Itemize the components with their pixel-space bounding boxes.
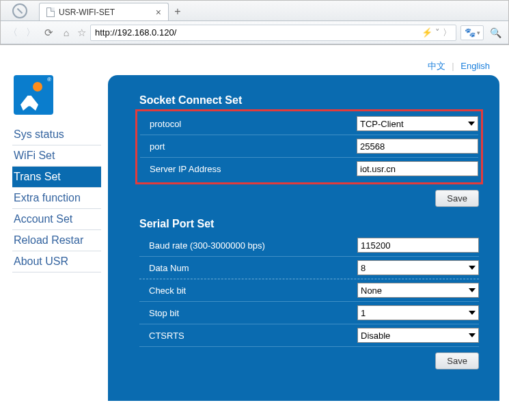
check-bit-select[interactable]: None bbox=[357, 283, 479, 298]
sidebar-item-account-set[interactable]: Account Set bbox=[12, 209, 101, 230]
chevron-down-icon[interactable]: ˅ bbox=[435, 27, 440, 38]
sidebar-item-wifi-set[interactable]: WiFi Set bbox=[12, 145, 101, 167]
protocol-select[interactable]: TCP-Client bbox=[357, 116, 478, 131]
highlight-box: protocol TCP-Client port Server IP Addre… bbox=[135, 109, 483, 184]
address-bar: 〈 〉 ⟳ ⌂ ☆ ⚡ ˅ 〉 🐾▾ 🔍 bbox=[1, 21, 508, 44]
browser-logo bbox=[1, 1, 39, 20]
new-tab-button[interactable]: + bbox=[169, 3, 187, 20]
stop-bit-label: Stop bit bbox=[139, 308, 357, 318]
url-input[interactable] bbox=[95, 27, 422, 38]
extension-button[interactable]: 🐾▾ bbox=[460, 25, 484, 40]
paw-icon: 🐾 bbox=[465, 27, 476, 38]
lightning-icon[interactable]: ⚡ bbox=[422, 27, 432, 38]
sidebar-menu: Sys status WiFi Set Trans Set Extra func… bbox=[12, 124, 101, 272]
stop-bit-select[interactable]: 1 bbox=[357, 305, 479, 320]
page-icon bbox=[46, 8, 55, 17]
search-button[interactable]: 🔍 bbox=[488, 25, 503, 40]
main-panel: Socket Connect Set protocol TCP-Client p… bbox=[108, 75, 499, 401]
server-ip-label: Server IP Address bbox=[140, 164, 357, 174]
tab-title: USR-WIFI-SET bbox=[59, 8, 115, 17]
data-num-select[interactable]: 8 bbox=[357, 260, 479, 275]
sidebar-item-sys-status[interactable]: Sys status bbox=[12, 124, 101, 145]
sidebar-item-reload-restar[interactable]: Reload Restar bbox=[12, 230, 101, 251]
browser-tab[interactable]: USR-WIFI-SET × bbox=[39, 3, 169, 20]
lang-en[interactable]: English bbox=[460, 61, 490, 71]
home-button[interactable]: ⌂ bbox=[59, 26, 73, 40]
port-label: port bbox=[140, 141, 357, 152]
sidebar-item-trans-set[interactable]: Trans Set bbox=[12, 167, 101, 188]
socket-section-title: Socket Connect Set bbox=[139, 94, 479, 107]
sidebar-item-about-usr[interactable]: About USR bbox=[12, 251, 101, 272]
sidebar-item-extra-function[interactable]: Extra function bbox=[12, 188, 101, 209]
data-num-label: Data Num bbox=[139, 263, 357, 273]
baud-label: Baud rate (300-3000000 bps) bbox=[139, 240, 357, 251]
reload-button[interactable]: ⟳ bbox=[42, 26, 55, 40]
usr-logo: ® bbox=[14, 75, 53, 115]
bookmark-icon[interactable]: ☆ bbox=[77, 27, 86, 39]
chevron-down-icon: ▾ bbox=[477, 29, 480, 36]
forward-button[interactable]: 〉 bbox=[24, 26, 38, 40]
port-input[interactable] bbox=[357, 139, 478, 154]
ctsrts-label: CTSRTS bbox=[139, 331, 357, 341]
back-button[interactable]: 〈 bbox=[6, 26, 20, 40]
tab-bar: USR-WIFI-SET × + bbox=[1, 1, 508, 21]
go-icon[interactable]: 〉 bbox=[443, 27, 452, 39]
ctsrts-select[interactable]: Disable bbox=[357, 328, 479, 343]
url-box[interactable]: ⚡ ˅ 〉 bbox=[90, 25, 456, 41]
baud-input[interactable] bbox=[357, 238, 479, 253]
socket-save-button[interactable]: Save bbox=[435, 190, 479, 207]
serial-save-button[interactable]: Save bbox=[435, 352, 479, 369]
protocol-label: protocol bbox=[140, 119, 357, 129]
serial-section-title: Serial Port Set bbox=[139, 218, 479, 230]
server-ip-input[interactable] bbox=[357, 161, 478, 176]
lang-zh[interactable]: 中文 bbox=[428, 61, 445, 71]
close-tab-icon[interactable]: × bbox=[156, 8, 161, 17]
language-switch: 中文 | English bbox=[428, 60, 490, 72]
lang-separator: | bbox=[452, 61, 454, 71]
check-bit-label: Check bit bbox=[139, 285, 357, 296]
compass-icon bbox=[12, 3, 27, 18]
